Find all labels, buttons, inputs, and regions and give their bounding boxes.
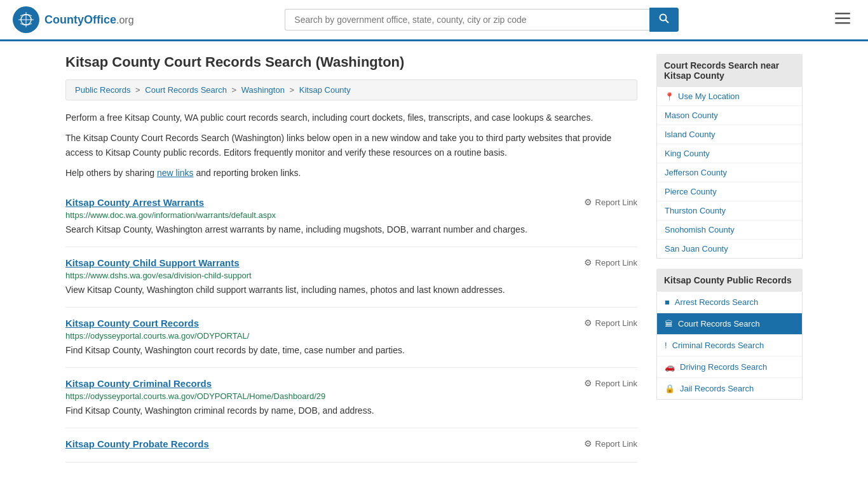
nearby-county-link[interactable]: Island County	[657, 125, 802, 144]
nearby-county-item[interactable]: Pierce County	[657, 182, 802, 201]
report-link-4[interactable]: ⚙ Report Link	[584, 438, 637, 449]
page-title: Kitsap County Court Records Search (Wash…	[65, 54, 637, 71]
logo-area: CountyOffice.org	[13, 6, 134, 33]
report-link-0[interactable]: ⚙ Report Link	[584, 197, 637, 207]
nearby-county-item[interactable]: Island County	[657, 125, 802, 144]
nearby-county-item[interactable]: Thurston County	[657, 201, 802, 220]
nearby-county-item[interactable]: Jefferson County	[657, 163, 802, 182]
report-link-1[interactable]: ⚙ Report Link	[584, 257, 637, 268]
nearby-county-link[interactable]: Thurston County	[657, 201, 802, 220]
logo-icon	[13, 6, 39, 33]
search-input[interactable]	[285, 9, 649, 30]
report-icon-3: ⚙	[584, 378, 592, 388]
nearby-county-link[interactable]: King County	[657, 144, 802, 163]
report-label-2: Report Link	[595, 318, 637, 328]
nav-icon-1: 🏛	[665, 319, 673, 329]
result-title-4[interactable]: Kitsap County Probate Records	[65, 438, 209, 449]
nav-icon-2: !	[665, 341, 667, 350]
nearby-county-link[interactable]: San Juan County	[657, 240, 802, 258]
result-desc-2: Find Kitsap County, Washington court rec…	[65, 344, 637, 357]
result-item: Kitsap County Arrest Warrants ⚙ Report L…	[65, 187, 637, 247]
result-header-0: Kitsap County Arrest Warrants ⚙ Report L…	[65, 197, 637, 208]
report-label-4: Report Link	[595, 439, 637, 449]
nearby-county-link[interactable]: Jefferson County	[657, 163, 802, 182]
nav-link-3[interactable]: 🚗 Driving Records Search	[657, 356, 802, 377]
svg-rect-6	[835, 13, 850, 15]
nav-icon-3: 🚗	[665, 362, 675, 372]
desc3-pre: Help others by sharing	[65, 168, 157, 178]
result-url-3[interactable]: https://odysseyportal.courts.wa.gov/ODYP…	[65, 391, 637, 401]
report-icon-0: ⚙	[584, 197, 592, 207]
location-pin-icon: 📍	[665, 92, 674, 101]
use-location-item[interactable]: 📍 Use My Location	[657, 87, 802, 106]
result-header-2: Kitsap County Court Records ⚙ Report Lin…	[65, 318, 637, 329]
nearby-county-link[interactable]: Pierce County	[657, 182, 802, 201]
result-title-3[interactable]: Kitsap County Criminal Records	[65, 378, 212, 389]
nav-item-1[interactable]: 🏛 Court Records Search	[657, 313, 802, 335]
breadcrumb: Public Records > Court Records Search > …	[65, 79, 637, 100]
result-title-0[interactable]: Kitsap County Arrest Warrants	[65, 197, 204, 208]
nearby-section-title: Court Records Search near Kitsap County	[656, 54, 803, 87]
nav-link-4[interactable]: 🔒 Jail Records Search	[657, 378, 802, 399]
svg-rect-7	[835, 18, 850, 20]
breadcrumb-kitsap[interactable]: Kitsap County	[299, 85, 351, 95]
nav-label-2: Criminal Records Search	[672, 341, 764, 350]
report-label-1: Report Link	[595, 258, 637, 268]
breadcrumb-public-records[interactable]: Public Records	[75, 85, 130, 95]
nav-item-3[interactable]: 🚗 Driving Records Search	[657, 356, 802, 378]
use-location-link[interactable]: 📍 Use My Location	[657, 87, 802, 105]
desc3-post: and reporting broken links.	[194, 168, 301, 178]
nav-icon-0: ■	[665, 297, 670, 307]
result-item: Kitsap County Probate Records ⚙ Report L…	[65, 428, 637, 463]
report-icon-2: ⚙	[584, 318, 592, 328]
header: CountyOffice.org	[0, 0, 868, 41]
search-button[interactable]	[649, 8, 679, 32]
nav-item-2[interactable]: ! Criminal Records Search	[657, 335, 802, 356]
menu-button[interactable]	[830, 9, 855, 30]
nav-link-1[interactable]: 🏛 Court Records Search	[657, 313, 802, 334]
breadcrumb-court-records[interactable]: Court Records Search	[145, 85, 227, 95]
description-2: The Kitsap County Court Records Search (…	[65, 131, 637, 159]
new-links-link[interactable]: new links	[157, 168, 194, 178]
report-link-2[interactable]: ⚙ Report Link	[584, 318, 637, 328]
nearby-county-link[interactable]: Snohomish County	[657, 220, 802, 239]
report-label-3: Report Link	[595, 379, 637, 388]
breadcrumb-washington[interactable]: Washington	[241, 85, 285, 95]
logo-text: CountyOffice.org	[44, 13, 134, 27]
svg-point-4	[660, 15, 667, 21]
breadcrumb-sep2: >	[232, 85, 239, 95]
nearby-county-item[interactable]: San Juan County	[657, 240, 802, 258]
description-3: Help others by sharing new links and rep…	[65, 166, 637, 180]
nearby-county-item[interactable]: King County	[657, 144, 802, 163]
sidebar: Court Records Search near Kitsap County …	[656, 54, 803, 463]
svg-rect-8	[835, 22, 850, 24]
result-url-1[interactable]: https://www.dshs.wa.gov/esa/division-chi…	[65, 271, 637, 280]
logo-org: .org	[116, 15, 134, 25]
nav-item-0[interactable]: ■ Arrest Records Search	[657, 292, 802, 313]
result-title-2[interactable]: Kitsap County Court Records	[65, 318, 199, 329]
result-header-4: Kitsap County Probate Records ⚙ Report L…	[65, 438, 637, 449]
nearby-county-item[interactable]: Snohomish County	[657, 220, 802, 240]
report-link-3[interactable]: ⚙ Report Link	[584, 378, 637, 388]
public-records-section-title: Kitsap County Public Records	[656, 269, 803, 292]
nearby-county-link[interactable]: Mason County	[657, 106, 802, 125]
use-location-label: Use My Location	[678, 92, 740, 101]
nav-item-4[interactable]: 🔒 Jail Records Search	[657, 378, 802, 399]
results-list: Kitsap County Arrest Warrants ⚙ Report L…	[65, 187, 637, 463]
main-content: Kitsap County Court Records Search (Wash…	[65, 54, 637, 463]
report-label-0: Report Link	[595, 198, 637, 207]
nav-link-2[interactable]: ! Criminal Records Search	[657, 335, 802, 356]
result-title-1[interactable]: Kitsap County Child Support Warrants	[65, 257, 240, 268]
result-url-0[interactable]: https://www.doc.wa.gov/information/warra…	[65, 210, 637, 220]
breadcrumb-sep3: >	[290, 85, 297, 95]
result-item: Kitsap County Court Records ⚙ Report Lin…	[65, 308, 637, 368]
result-url-2[interactable]: https://odysseyportal.courts.wa.gov/ODYP…	[65, 331, 637, 341]
report-icon-1: ⚙	[584, 257, 592, 268]
nav-link-0[interactable]: ■ Arrest Records Search	[657, 292, 802, 313]
breadcrumb-sep1: >	[135, 85, 142, 95]
result-desc-0: Search Kitsap County, Washington arrest …	[65, 223, 637, 236]
result-item: Kitsap County Child Support Warrants ⚙ R…	[65, 247, 637, 308]
content-wrapper: Kitsap County Court Records Search (Wash…	[53, 41, 815, 475]
report-icon-4: ⚙	[584, 438, 592, 449]
nearby-county-item[interactable]: Mason County	[657, 106, 802, 125]
